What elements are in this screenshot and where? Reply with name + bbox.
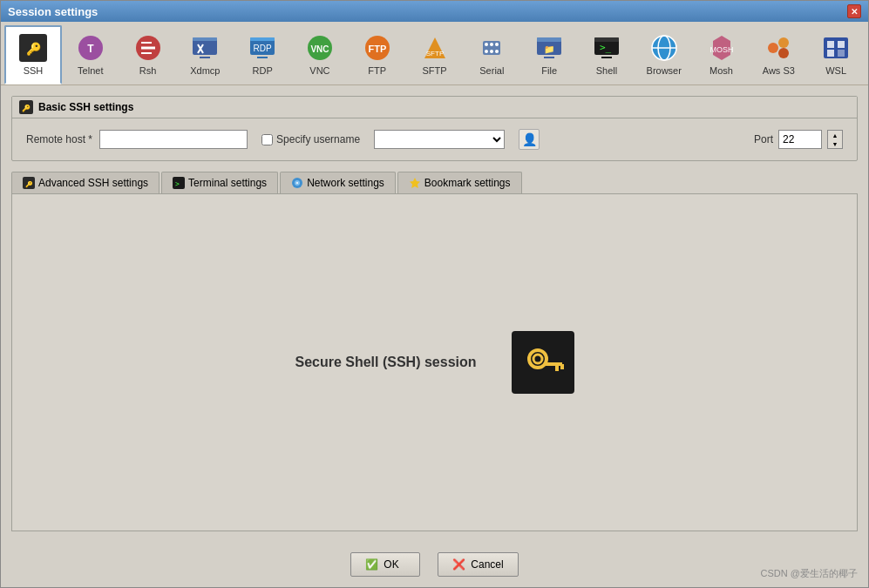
ftp-icon: FTP [363, 34, 391, 62]
protocol-file[interactable]: 📁 File [520, 25, 578, 84]
basic-ssh-content: Remote host * Specify username 👤 Port ▲ [12, 118, 857, 160]
protocol-rdp[interactable]: RDP RDP [234, 25, 291, 84]
protocol-bar: 🔑 SSH T Telnet [1, 22, 868, 85]
ssh-key-graphic [512, 331, 574, 394]
svg-point-45 [778, 37, 789, 48]
protocol-sftp[interactable]: SFTP SFTP [406, 25, 464, 84]
ssh-protocol-icon: 🔑 [19, 34, 47, 62]
svg-marker-61 [410, 178, 420, 188]
rdp-icon: RDP [248, 34, 276, 62]
file-label: File [541, 65, 557, 76]
tabs-panel-area: 🔑 Advanced SSH settings > Terminal setti… [11, 172, 858, 531]
svg-rect-36 [601, 57, 612, 58]
specify-username-label: Specify username [276, 133, 360, 145]
svg-point-46 [778, 48, 789, 58]
sftp-label: SFTP [422, 65, 446, 76]
ok-label: OK [384, 558, 398, 571]
ok-button[interactable]: ✅ OK [350, 552, 420, 577]
protocol-vnc[interactable]: VNC VNC [291, 25, 349, 84]
specify-username-checkbox[interactable] [261, 134, 273, 145]
shell-label: Shell [596, 65, 617, 76]
bookmark-tab-icon [409, 177, 421, 189]
awss3-label: Aws S3 [763, 65, 795, 76]
protocol-mosh[interactable]: MOSH Mosh [693, 25, 750, 84]
svg-rect-50 [827, 50, 834, 57]
xdmcp-label: Xdmcp [190, 65, 220, 76]
protocol-xdmcp[interactable]: Xdmcp [176, 25, 234, 84]
svg-rect-31 [537, 37, 561, 42]
protocol-awss3[interactable]: Aws S3 [750, 25, 807, 84]
protocol-shell[interactable]: >_ Shell [578, 25, 635, 84]
vnc-icon: VNC [306, 34, 334, 62]
mosh-icon: MOSH [708, 34, 736, 62]
tab-advanced-ssh[interactable]: 🔑 Advanced SSH settings [11, 172, 160, 193]
ftp-label: FTP [368, 65, 386, 76]
port-spinner: ▲ ▼ [827, 130, 843, 149]
cancel-button[interactable]: ❌ Cancel [438, 552, 518, 577]
port-down-button[interactable]: ▼ [828, 139, 842, 148]
title-bar: Session settings ✕ [1, 1, 868, 22]
dialog-title: Session settings [8, 5, 98, 18]
svg-point-28 [490, 50, 493, 53]
svg-point-44 [768, 43, 778, 53]
browser-label: Browser [647, 65, 682, 76]
protocol-serial[interactable]: Serial [463, 25, 520, 84]
telnet-label: Telnet [78, 65, 103, 76]
protocol-wsl[interactable]: WSL [807, 25, 865, 84]
serial-label: Serial [479, 65, 504, 76]
protocol-ftp[interactable]: FTP FTP [349, 25, 406, 84]
svg-point-63 [533, 355, 542, 363]
tab-terminal[interactable]: > Terminal settings [161, 172, 278, 193]
protocol-telnet[interactable]: T Telnet [62, 25, 119, 84]
svg-text:VNC: VNC [310, 44, 329, 54]
svg-point-24 [485, 43, 488, 46]
cancel-icon: ❌ [452, 558, 465, 571]
svg-text:>_: >_ [600, 42, 612, 53]
key-icon [522, 341, 564, 383]
svg-text:🔑: 🔑 [22, 104, 31, 112]
protocol-ssh[interactable]: 🔑 SSH [4, 25, 62, 84]
file-icon: 📁 [535, 34, 563, 62]
rdp-label: RDP [253, 65, 273, 76]
protocol-browser[interactable]: Browser [635, 25, 693, 84]
svg-text:T: T [87, 43, 94, 55]
user-icon-button[interactable]: 👤 [519, 129, 540, 150]
svg-rect-32 [544, 57, 554, 58]
awss3-icon [764, 34, 792, 62]
close-button[interactable]: ✕ [847, 4, 861, 18]
svg-text:>: > [175, 180, 180, 188]
protocol-rsh[interactable]: Rsh [119, 25, 177, 84]
svg-text:📁: 📁 [544, 44, 555, 55]
svg-rect-9 [193, 37, 217, 41]
svg-text:MOSH: MOSH [709, 45, 733, 54]
tab-bookmark[interactable]: Bookmark settings [397, 172, 522, 193]
terminal-tab-icon: > [173, 177, 185, 189]
remote-host-input[interactable] [99, 130, 248, 149]
shell-icon: >_ [593, 34, 621, 62]
telnet-icon: T [77, 34, 105, 62]
tabs-bar: 🔑 Advanced SSH settings > Terminal setti… [11, 172, 858, 194]
svg-rect-51 [838, 50, 845, 57]
session-settings-dialog: Session settings ✕ 🔑 SSH T Telnet [0, 0, 869, 588]
svg-rect-49 [838, 41, 845, 48]
port-label: Port [754, 133, 773, 145]
port-up-button[interactable]: ▲ [828, 131, 842, 139]
svg-point-62 [529, 350, 547, 368]
svg-text:🔑: 🔑 [25, 42, 41, 57]
cancel-label: Cancel [471, 558, 503, 571]
serial-icon [478, 34, 506, 62]
port-input[interactable] [778, 130, 822, 149]
username-dropdown[interactable] [374, 130, 505, 149]
wsl-icon [822, 34, 850, 62]
svg-rect-14 [250, 37, 275, 41]
ok-icon: ✅ [365, 558, 378, 571]
rsh-icon [134, 34, 162, 62]
svg-text:SFTP: SFTP [425, 50, 443, 57]
content-area: 🔑 Basic SSH settings Remote host * Speci… [1, 85, 868, 542]
tab-network[interactable]: Network settings [280, 172, 396, 193]
svg-point-60 [296, 182, 298, 184]
session-type-title: Secure Shell (SSH) session [295, 355, 476, 370]
ssh-label: SSH [24, 65, 44, 76]
sftp-icon: SFTP [421, 34, 449, 62]
tab-terminal-label: Terminal settings [188, 177, 267, 189]
